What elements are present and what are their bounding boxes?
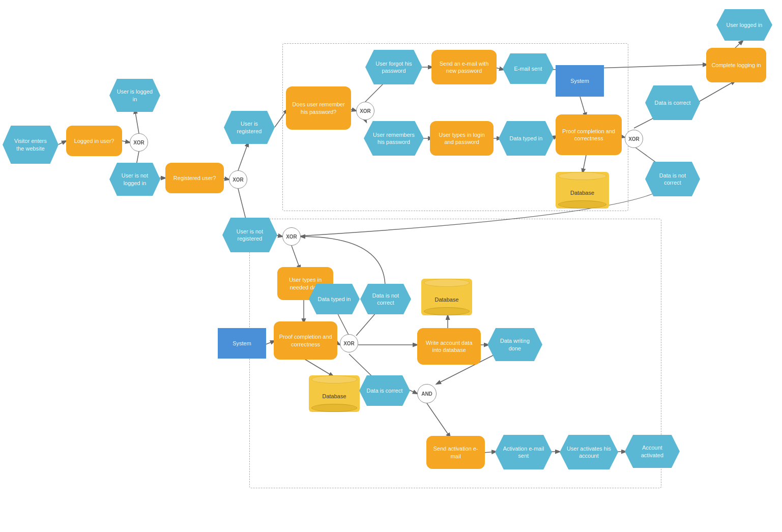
data-correct1-node: Data is correct [359,375,410,406]
svg-line-27 [351,109,356,111]
svg-line-10 [292,246,300,270]
complete-logging-node: Complete logging in [706,48,766,82]
registered-user-node: Registered user? [165,163,224,193]
database3-node: Database [556,172,609,209]
data-not-correct1-node: Data is not correct [360,284,411,314]
diagram-canvas: Visitor enters the website Logged in use… [0,0,782,532]
data-typed-in2-node: Data typed in [499,121,554,156]
data-correct2-node: Data is correct [645,85,700,120]
data-not-correct2-node: Data is not correct [645,162,700,196]
svg-line-22 [427,403,450,437]
svg-line-40 [697,81,735,103]
svg-line-0 [59,141,66,144]
svg-line-29 [365,120,366,122]
user-not-registered-node: User is not registered [222,218,277,252]
xor3-gate: XOR [282,227,301,246]
email-sent-node: E-mail sent [503,53,554,84]
user-remembers-node: User remembers his password [364,121,424,156]
user-registered-node: User is registered [224,111,275,144]
and1-gate: AND [417,384,437,403]
system1-node: System [218,328,266,359]
svg-line-12 [265,341,275,345]
xor6-gate: XOR [625,130,643,148]
user-logged-in-node: User logged in [716,9,772,41]
xor4-gate: XOR [340,334,358,352]
svg-line-21 [410,390,417,394]
xor5-gate: XOR [356,102,374,120]
database1-node: Database [309,375,360,412]
database2-node: Database [421,279,472,315]
user-types-login-node: User types in login and password [430,121,494,156]
send-email-new-password-node: Send an e-mail with new password [431,50,497,84]
proof1-node: Proof completion and correctness [274,321,337,360]
proof2-node: Proof completion and correctness [556,114,622,155]
svg-line-24 [483,452,496,453]
send-activation-node: Send activation e-mail [426,436,485,469]
user-activates-node: User activates his account [560,435,618,469]
svg-line-20 [304,359,333,376]
data-typed-in1-node: Data typed in [309,284,360,314]
logged-in-user-node: Logged in user? [66,126,122,156]
activation-sent-node: Activation e-mail sent [495,435,552,469]
account-activated-node: Account activated [625,435,680,468]
data-writing-done-node: Data writing done [487,328,542,361]
svg-line-35 [580,97,586,117]
svg-line-6 [238,142,248,170]
xor2-gate: XOR [229,170,247,189]
visitor-enters-node: Visitor enters the website [3,126,59,164]
system2-node: System [556,65,604,97]
svg-line-2 [135,109,139,133]
write-account-node: Write account data into database [417,328,481,365]
svg-line-36 [583,155,586,173]
svg-line-41 [735,41,743,48]
xor1-gate: XOR [130,133,148,152]
user-forgot-node: User forgot his password [365,50,422,84]
user-logged-in-node: User is logged in [109,79,160,112]
does-user-remember-node: Does user remember his password? [286,86,351,130]
user-not-logged-in-node: User is not logged in [109,163,160,196]
svg-line-1 [122,141,130,142]
